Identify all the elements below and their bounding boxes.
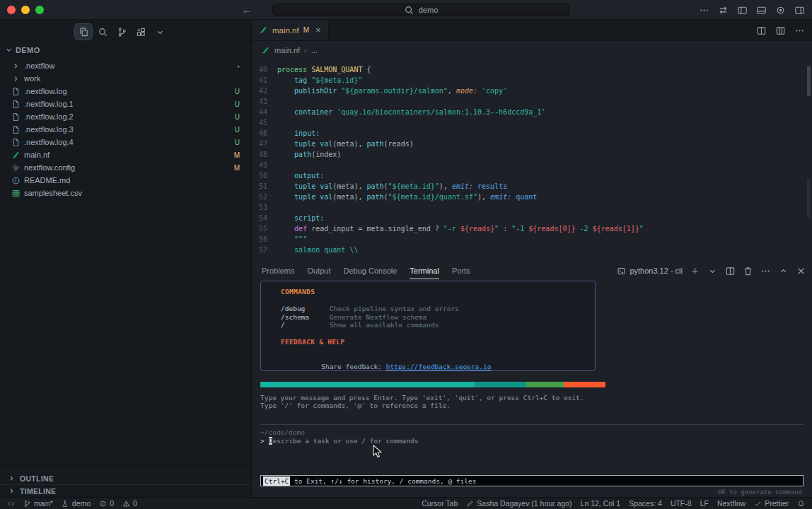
status-sasha-dagayev-1-hour-ago[interactable]: Sasha Dagayev (1 hour ago) xyxy=(466,499,572,508)
more-actions-icon[interactable] xyxy=(794,25,805,36)
swap-arrows-icon[interactable] xyxy=(718,5,729,16)
status-lf[interactable]: LF xyxy=(700,499,709,508)
tree-item-.nextflow[interactable]: .nextflow● xyxy=(0,59,251,72)
panel-tab-problems[interactable]: Problems xyxy=(262,262,294,279)
record-icon[interactable] xyxy=(775,5,786,16)
tree-item-README.md[interactable]: README.md xyxy=(0,174,251,187)
more-actions-icon[interactable] xyxy=(760,266,771,276)
status-0[interactable]: 0 xyxy=(99,499,114,508)
tree-item-.nextflow.log.4[interactable]: .nextflow.log.4U xyxy=(0,136,251,148)
prompt-char: > xyxy=(260,437,265,445)
search-icon[interactable] xyxy=(94,24,111,40)
kill-terminal-icon[interactable] xyxy=(743,266,753,276)
command-name: /debug xyxy=(281,305,330,313)
tree-item-work[interactable]: work xyxy=(0,72,251,85)
terminal-input-text[interactable]: escribe a task or use / for commands xyxy=(272,437,418,445)
breadcrumb[interactable]: main.nf › ... xyxy=(252,41,812,59)
source-control-icon[interactable] xyxy=(113,24,130,40)
code-lines[interactable]: 40process SALMON_QUANT {41 tag "${meta.i… xyxy=(252,59,806,262)
close-panel-icon[interactable] xyxy=(796,266,806,276)
status-cursor-tab[interactable]: Cursor Tab xyxy=(422,499,458,508)
chevron-down-icon[interactable] xyxy=(151,24,168,40)
more-actions-icon[interactable] xyxy=(699,5,709,16)
tree-item-.nextflow.log[interactable]: .nextflow.logU xyxy=(0,85,251,98)
copy-pages-icon[interactable] xyxy=(75,24,92,40)
terminal-content[interactable]: COMMANDS /debugCheck pipeline syntax and… xyxy=(260,279,804,497)
feedback-link[interactable]: https://feedback.seqera.io xyxy=(386,363,492,370)
line-number: 44 xyxy=(252,107,277,117)
tree-item-.nextflow.log.2[interactable]: .nextflow.log.2U xyxy=(0,110,251,123)
terminal-hint-line-1: Type your message and press Enter. Type … xyxy=(260,394,584,402)
panel-tab-ports[interactable]: Ports xyxy=(452,262,470,279)
back-icon[interactable]: ← xyxy=(242,0,252,20)
tree-item-label: nextflow.config xyxy=(24,163,75,172)
outline-section[interactable]: OUTLINE xyxy=(0,472,251,484)
editor-tabbar: main.nf M × xyxy=(252,20,812,41)
status-0[interactable]: 0 xyxy=(122,499,137,508)
code-line: 50 output: xyxy=(252,170,806,181)
command-row: /Show all available commands xyxy=(281,321,595,329)
git-status-badge: ● xyxy=(237,64,240,69)
window-controls[interactable] xyxy=(7,6,44,14)
status-main[interactable]: main* xyxy=(23,499,53,508)
status-spaces-4[interactable]: Spaces: 4 xyxy=(629,499,662,508)
tree-item-samplesheet.csv[interactable]: samplesheet.csv xyxy=(0,187,251,199)
status-prettier[interactable]: Prettier xyxy=(754,499,789,508)
panel-tab-output[interactable]: Output xyxy=(307,262,330,279)
status-bell[interactable] xyxy=(797,500,805,508)
tree-item-label: .nextflow xyxy=(24,62,54,70)
close-window-button[interactable] xyxy=(7,6,16,14)
generate-command-hint: ⌘K to generate command xyxy=(718,488,802,496)
status-ln-12-col-1[interactable]: Ln 12, Col 1 xyxy=(581,499,621,508)
breadcrumb-file[interactable]: main.nf xyxy=(274,46,300,54)
explorer-section-header[interactable]: DEMO xyxy=(4,45,40,54)
tree-item-label: main.nf xyxy=(24,151,50,159)
tree-item-label: README.md xyxy=(24,176,70,185)
statusbar-right: Cursor TabSasha Dagayev (1 hour ago)Ln 1… xyxy=(422,499,805,508)
editor-scrollbar[interactable] xyxy=(807,66,811,96)
tree-item-nextflow.config[interactable]: nextflow.configM xyxy=(0,161,251,174)
layout-columns-icon[interactable] xyxy=(775,25,786,36)
panel-tab-terminal[interactable]: Terminal xyxy=(410,262,439,279)
close-icon[interactable]: × xyxy=(315,25,321,35)
blame-icon xyxy=(466,500,474,508)
nextflow-icon xyxy=(11,150,21,160)
titlebar-search-text: demo xyxy=(419,6,439,14)
code-line: 54 script: xyxy=(252,213,806,223)
code-line: 51 tuple val(meta), path("${meta.id}"), … xyxy=(252,181,806,192)
file-icon xyxy=(11,99,21,109)
tree-item-.nextflow.log.1[interactable]: .nextflow.log.1U xyxy=(0,98,251,110)
split-editor-icon[interactable] xyxy=(756,25,767,36)
terminal-shell-selector[interactable]: python3.12 - cli xyxy=(617,267,683,276)
zoom-window-button[interactable] xyxy=(35,6,44,14)
panel-tab-debug-console[interactable]: Debug Console xyxy=(344,262,398,279)
status-demo[interactable]: demo xyxy=(62,499,91,508)
working-directory: ~/code/demo xyxy=(260,428,305,436)
command-description: Check pipeline syntax and errors xyxy=(330,305,459,313)
chevron-right-icon: › xyxy=(304,46,307,54)
code-line: 45 xyxy=(252,117,806,128)
minimize-window-button[interactable] xyxy=(21,6,30,14)
status-remote[interactable] xyxy=(7,500,15,508)
timeline-section[interactable]: TIMELINE xyxy=(0,484,251,497)
tree-item-.nextflow.log.3[interactable]: .nextflow.log.3U xyxy=(0,123,251,136)
maximize-panel-icon[interactable] xyxy=(778,266,789,276)
chevron-down-icon[interactable] xyxy=(707,266,718,276)
status-nextflow[interactable]: Nextflow xyxy=(717,499,746,508)
line-number: 55 xyxy=(252,223,277,234)
tree-item-label: .nextflow.log.3 xyxy=(24,125,74,134)
toggle-panel-icon[interactable] xyxy=(756,5,767,16)
bell-icon xyxy=(797,500,805,508)
terminal-prompt-line[interactable]: >Describe a task or use / for commands xyxy=(260,437,418,445)
line-number: 53 xyxy=(252,202,277,213)
tree-item-main.nf[interactable]: main.nfM xyxy=(0,148,251,161)
split-terminal-icon[interactable] xyxy=(725,266,736,276)
new-terminal-icon[interactable] xyxy=(690,266,700,276)
extensions-icon[interactable] xyxy=(132,24,149,40)
breadcrumb-symbol[interactable]: ... xyxy=(311,46,318,54)
toggle-secondary-sidebar-icon[interactable] xyxy=(794,5,805,16)
titlebar-search[interactable]: demo xyxy=(272,4,569,16)
toggle-sidebar-icon[interactable] xyxy=(737,5,748,16)
status-utf-8[interactable]: UTF-8 xyxy=(671,499,692,508)
tab-main-nf[interactable]: main.nf M × xyxy=(252,20,329,40)
